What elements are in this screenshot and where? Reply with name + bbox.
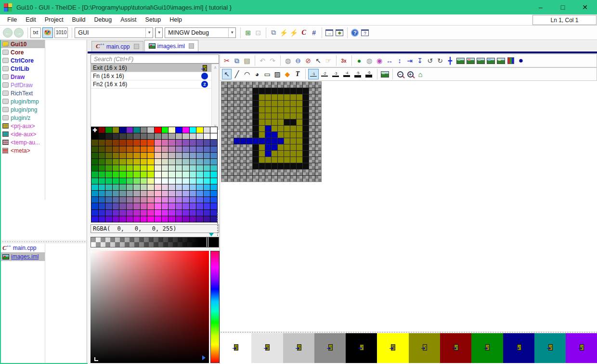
pixel-cell[interactable] (234, 176, 240, 182)
palette-gray-swatch[interactable] (105, 133, 113, 140)
palette-swatch[interactable] (113, 210, 120, 216)
pixel-cell[interactable] (265, 113, 271, 119)
preview-tile[interactable] (346, 333, 377, 363)
palette-swatch[interactable] (162, 140, 169, 146)
pixel-cell[interactable] (240, 144, 246, 150)
pixel-cell[interactable] (234, 163, 240, 169)
palette-swatch[interactable] (119, 146, 127, 153)
help-icon[interactable]: ? (350, 27, 360, 38)
palette-swatch[interactable] (113, 159, 120, 165)
pixel-cell[interactable] (253, 144, 259, 150)
palette-swatch[interactable] (133, 216, 141, 222)
pixel-cell[interactable] (259, 126, 265, 131)
palette-swatch[interactable] (155, 184, 162, 191)
preview-tile[interactable] (251, 333, 283, 363)
palette-swatch[interactable] (127, 184, 134, 191)
pixel-cell[interactable] (290, 88, 296, 94)
menu-build[interactable]: Build (68, 15, 90, 25)
palette-swatch[interactable] (147, 210, 155, 216)
palette-swatch[interactable] (119, 203, 127, 209)
debug-window-icon[interactable]: ✱ (335, 27, 344, 38)
line-tool[interactable]: ╱ (232, 69, 242, 79)
pixel-cell[interactable] (278, 151, 284, 156)
palette-gray-swatch[interactable] (119, 133, 127, 140)
pixel-cell[interactable] (247, 101, 252, 106)
image-op-3-icon[interactable] (476, 55, 485, 66)
pixel-cell[interactable] (247, 176, 252, 182)
pixel-cell[interactable] (284, 113, 290, 119)
palette-swatch[interactable] (169, 210, 176, 216)
pixel-cell[interactable] (297, 132, 302, 138)
rebuild-icon[interactable]: ⚡ (289, 27, 298, 38)
palette-swatch[interactable] (162, 191, 169, 197)
pixel-cell[interactable] (240, 176, 246, 182)
pane-splitter-grip[interactable] (217, 212, 219, 236)
palette-swatch[interactable] (99, 191, 106, 197)
palette-swatch[interactable] (147, 191, 155, 197)
pixel-cell[interactable] (247, 94, 252, 100)
pixel-cell[interactable] (228, 107, 234, 113)
pixel-cell[interactable] (290, 176, 296, 182)
image-op-1-icon[interactable] (455, 55, 465, 66)
palette-swatch[interactable] (162, 210, 169, 216)
forward-button[interactable]: → (14, 28, 24, 38)
palette-swatch[interactable] (190, 127, 197, 133)
pixel-cell[interactable] (309, 169, 315, 175)
pixel-cell[interactable] (221, 107, 227, 113)
zoom-fit-icon[interactable]: ⌂ (415, 69, 425, 79)
pixel-cell[interactable] (259, 119, 265, 125)
pixel-cell[interactable] (297, 82, 302, 88)
pixel-cell[interactable] (290, 126, 296, 131)
pixel-cell[interactable] (297, 88, 302, 94)
pixel-cell[interactable] (259, 82, 265, 88)
pixel-cell[interactable] (234, 82, 240, 88)
pixel-cell[interactable] (247, 88, 252, 94)
pixel-cell[interactable] (247, 126, 252, 131)
pixel-cell[interactable] (221, 126, 227, 131)
pixel-cell[interactable] (297, 138, 302, 144)
pixel-cell[interactable] (221, 82, 227, 88)
pixel-cell[interactable] (221, 144, 227, 150)
pixel-cell[interactable] (303, 94, 309, 100)
pixel-cell[interactable] (265, 169, 271, 175)
pixel-cell[interactable] (259, 157, 265, 163)
pixel-cell[interactable] (240, 107, 246, 113)
pixel-cell[interactable] (265, 126, 271, 131)
palette-swatch[interactable] (196, 197, 204, 203)
execute-icon[interactable]: → (324, 27, 334, 38)
palette-swatch[interactable] (133, 153, 141, 159)
palette-swatch[interactable] (113, 171, 120, 178)
palette-swatch[interactable] (127, 191, 134, 197)
palette-swatch[interactable] (147, 184, 155, 191)
tab-maincpp[interactable]: C++main.cpp (91, 41, 143, 52)
pixel-cell[interactable] (284, 119, 290, 125)
palette-swatch[interactable] (155, 140, 162, 146)
palette-swatch[interactable] (169, 146, 176, 153)
fill-tool[interactable]: ◆ (283, 69, 292, 79)
palette-gray-swatch[interactable] (91, 133, 99, 140)
pixel-cell[interactable] (278, 94, 284, 100)
pixel-cell[interactable] (240, 126, 246, 131)
palette-swatch[interactable] (210, 146, 218, 153)
palette-swatch[interactable] (133, 203, 141, 209)
palette-swatch[interactable] (176, 191, 183, 197)
palette-swatch[interactable] (176, 184, 183, 191)
pixel-cell[interactable] (272, 144, 277, 150)
palette-swatch[interactable] (196, 140, 204, 146)
palette-swatch[interactable] (91, 146, 99, 153)
palette-swatch[interactable]: ✚ (91, 127, 99, 133)
pixel-cell[interactable] (253, 113, 259, 119)
pixel-cell[interactable] (303, 157, 309, 163)
pixel-cell[interactable] (265, 132, 271, 138)
pixel-cell[interactable] (297, 94, 302, 100)
pixel-cell[interactable] (309, 107, 315, 113)
palette-swatch[interactable] (113, 127, 120, 133)
pixel-cell[interactable] (247, 113, 252, 119)
palette-swatch[interactable] (196, 171, 204, 178)
palette-gray-swatch[interactable] (176, 133, 183, 140)
txt-mode-button[interactable]: txt (30, 27, 41, 38)
pixel-cell[interactable] (278, 101, 284, 106)
saturation-value-picker[interactable] (91, 251, 209, 363)
pixel-cell[interactable] (265, 157, 271, 163)
paste-icon[interactable]: ▤ (242, 55, 252, 66)
